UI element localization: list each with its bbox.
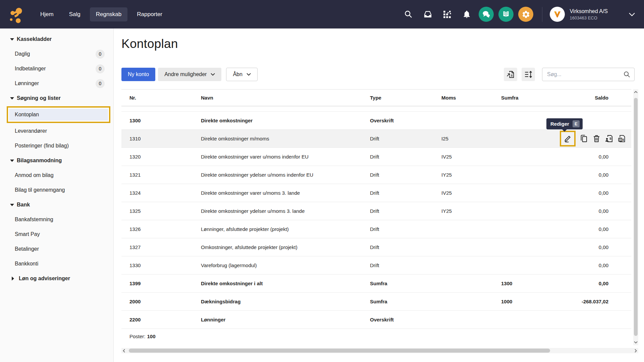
sidebar-item-leverand-rer[interactable]: Leverandører	[0, 124, 113, 138]
search-icon[interactable]	[623, 71, 631, 79]
apps-grid-icon[interactable]	[440, 7, 454, 22]
delete-icon[interactable]	[592, 134, 601, 143]
sidebar-section-label: Bank	[17, 202, 30, 208]
open-button[interactable]: Åbn	[226, 68, 257, 81]
sidebar-item-kontoplan[interactable]: Kontoplan	[7, 106, 110, 123]
export-icon[interactable]	[504, 68, 517, 81]
chat-icon[interactable]	[479, 7, 494, 22]
sort-icon[interactable]	[522, 68, 535, 81]
sidebar-section-bilagsanmodning[interactable]: Bilagsanmodning	[0, 153, 113, 168]
new-account-button[interactable]: Ny konto	[121, 68, 155, 81]
edit-icon[interactable]	[563, 134, 572, 143]
sidebar-section-bank[interactable]: Bank	[0, 197, 113, 212]
table-row-2000[interactable]: 2000DækningsbidragSumfra1000-268.037,02	[121, 293, 631, 311]
cell-type: Sumfra	[370, 281, 441, 286]
count-badge: 0	[96, 79, 105, 88]
scroll-down-icon[interactable]	[634, 341, 638, 344]
help-book-icon[interactable]	[498, 7, 514, 22]
nav-item-rapporter[interactable]: Rapporter	[131, 7, 168, 21]
vertical-scrollbar[interactable]	[633, 89, 638, 345]
open-label: Åbn	[233, 71, 242, 77]
horizontal-scroll-thumb[interactable]	[129, 349, 550, 353]
table-row-2200[interactable]: 2200LønningerOverskrift	[121, 311, 631, 329]
cell-nr: 1321	[129, 172, 201, 178]
sidebar-section-kassekladder[interactable]: Kassekladder	[0, 32, 113, 47]
table-row-1324[interactable]: 1324Direkte omkostninger varer u/moms 3.…	[121, 184, 631, 202]
sidebar-item-daglig[interactable]: Daglig0	[0, 47, 113, 61]
svg-text:$: $	[623, 138, 624, 141]
company-id: 1603463 ECO	[570, 15, 608, 20]
sidebar-section-label: Søgning og lister	[17, 95, 61, 101]
table-row-1321[interactable]: 1321Direkte omkostninger ydelser u/moms …	[121, 166, 631, 184]
chevron-down-icon	[211, 73, 215, 76]
cell-nr: 2000	[129, 299, 201, 304]
column-header-nr[interactable]: Nr.	[129, 95, 201, 101]
company-name: Virksomhed A/S	[570, 8, 608, 14]
nav-item-salg[interactable]: Salg	[63, 7, 87, 21]
cell-nr: 1326	[129, 226, 201, 232]
sidebar-item-bankkonti[interactable]: Bankkonti	[0, 256, 113, 271]
vertical-scroll-thumb[interactable]	[634, 98, 638, 336]
inbox-icon[interactable]	[420, 7, 435, 22]
sidebar-item-anmod-om-bilag[interactable]: Anmod om bilag	[0, 168, 113, 183]
table-row-1327[interactable]: 1327Omkostninger, afsluttede projekter (…	[121, 238, 631, 256]
e-conomic-logo-icon[interactable]	[7, 6, 25, 23]
navbar-divider	[542, 7, 542, 22]
cell-nr: 1320	[129, 154, 201, 160]
sidebar-section-label: Kassekladder	[17, 36, 52, 42]
tooltip-label: Rediger	[550, 121, 569, 127]
company-menu[interactable]: Virksomhed A/S 1603463 ECO	[550, 7, 608, 22]
search-icon[interactable]	[401, 7, 416, 22]
copy-icon[interactable]	[579, 134, 588, 143]
notifications-icon[interactable]	[459, 7, 474, 22]
shortcut-key-badge: E	[573, 120, 580, 127]
sidebar-item-posteringer-find-bilag[interactable]: Posteringer (find bilag)	[0, 138, 113, 153]
tooltip-rediger: RedigerE	[546, 118, 583, 129]
sidebar-item-bilag-til-gennemgang[interactable]: Bilag til gennemgang	[0, 183, 113, 197]
sidebar-section-s-gning-og-lister[interactable]: Søgning og lister	[0, 91, 113, 106]
column-header-saldo[interactable]: Saldo	[561, 95, 608, 101]
cell-moms: IY25	[441, 208, 501, 214]
horizontal-scrollbar[interactable]	[121, 348, 638, 353]
accounts-table: Nr.NavnTypeMomsSumfraSaldo 1300Direkte o…	[121, 89, 631, 344]
scroll-left-icon[interactable]	[122, 349, 125, 353]
table-row-1310[interactable]: 1310Direkte omkostninger m/momsDriftI25$…	[121, 130, 631, 148]
sidebar-item-l-nninger[interactable]: Lønninger0	[0, 76, 113, 91]
settings-gear-icon[interactable]	[518, 7, 533, 22]
entries-icon[interactable]	[605, 134, 614, 143]
cell-nr: 2200	[129, 317, 201, 322]
sidebar-section-l-n-og-adviseringer[interactable]: Løn og adviseringer	[0, 271, 113, 286]
table-row-1330[interactable]: 1330Vareforbrug (lagermodul)Drift0,00	[121, 256, 631, 275]
table-row-1320[interactable]: 1320Direkte omkostninger varer u/moms in…	[121, 148, 631, 166]
cell-saldo: -268.037,02	[561, 299, 608, 304]
cell-nr: 1300	[129, 118, 201, 123]
scroll-up-icon[interactable]	[634, 90, 638, 94]
column-header-type[interactable]: Type	[370, 95, 441, 101]
scroll-right-icon[interactable]	[634, 349, 637, 353]
table-footer: Poster: 100	[121, 329, 631, 344]
cell-navn: Direkte omkostninger ydelser u/moms inde…	[201, 172, 370, 178]
nav-item-regnskab[interactable]: Regnskab	[90, 7, 128, 21]
table-row-1325[interactable]: 1325Direkte omkostninger ydelser u/moms …	[121, 202, 631, 220]
nav-item-hjem[interactable]: Hjem	[34, 7, 60, 21]
cell-type: Sumfra	[370, 299, 441, 304]
cell-navn: Direkte omkostninger varer u/moms indenf…	[201, 154, 370, 160]
sidebar-item-betalinger[interactable]: Betalinger	[0, 242, 113, 256]
cell-nr: 1324	[129, 190, 201, 196]
table-row-1326[interactable]: 1326Lønninger, afsluttede projekter (pro…	[121, 220, 631, 238]
column-header-sumfra[interactable]: Sumfra	[501, 95, 561, 101]
more-options-button[interactable]: Andre muligheder	[158, 68, 221, 81]
main-content: Kontoplan Ny konto Andre muligheder Åbn	[114, 28, 644, 362]
vat-calculator-icon[interactable]: $	[618, 134, 627, 143]
column-header-navn[interactable]: Navn	[201, 95, 370, 101]
chevron-down-icon[interactable]	[629, 12, 635, 16]
cell-type: Drift	[370, 136, 441, 141]
sidebar-item-smart-pay[interactable]: Smart Pay	[0, 227, 113, 242]
cell-saldo: 0,00	[561, 281, 608, 286]
table-row-1399[interactable]: 1399Direkte omkostninger i altSumfra1300…	[121, 275, 631, 293]
sidebar-item-bankafstemning[interactable]: Bankafstemning	[0, 212, 113, 227]
cell-navn: Lønninger, afsluttede projekter (projekt…	[201, 226, 370, 232]
column-header-moms[interactable]: Moms	[441, 95, 501, 101]
table-search-input[interactable]	[542, 68, 635, 81]
sidebar-item-indbetalinger[interactable]: Indbetalinger0	[0, 61, 113, 76]
